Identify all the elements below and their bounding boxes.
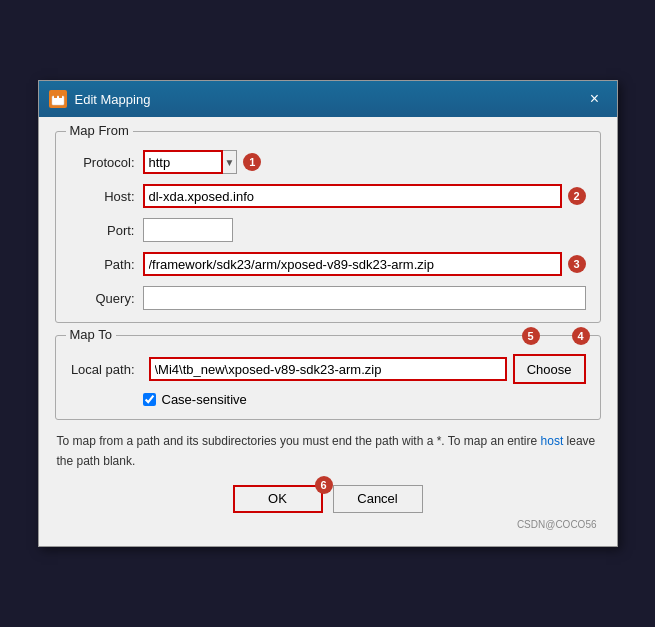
path-label: Path: bbox=[70, 257, 135, 272]
svg-rect-2 bbox=[59, 93, 62, 98]
dialog-body: Map From Protocol: ▼ 1 Host: 2 Port: bbox=[39, 117, 617, 545]
title-bar: Edit Mapping × bbox=[39, 81, 617, 117]
case-sensitive-checkbox[interactable] bbox=[143, 393, 156, 406]
title-bar-left: Edit Mapping bbox=[49, 90, 151, 108]
case-sensitive-row: Case-sensitive bbox=[143, 392, 586, 407]
badge-6: 6 bbox=[315, 476, 333, 494]
local-path-input[interactable] bbox=[149, 357, 507, 381]
button-row: OK 6 Cancel bbox=[55, 485, 601, 513]
local-path-row: Local path: Choose bbox=[70, 354, 586, 384]
cancel-button[interactable]: Cancel bbox=[333, 485, 423, 513]
svg-rect-0 bbox=[52, 96, 64, 105]
host-input[interactable] bbox=[143, 184, 562, 208]
protocol-wrapper: ▼ bbox=[143, 150, 238, 174]
info-text: To map from a path and its subdirectorie… bbox=[55, 432, 601, 470]
protocol-label: Protocol: bbox=[70, 155, 135, 170]
dialog-title: Edit Mapping bbox=[75, 92, 151, 107]
map-from-group: Map From Protocol: ▼ 1 Host: 2 Port: bbox=[55, 131, 601, 323]
host-row: Host: 2 bbox=[70, 184, 586, 208]
port-label: Port: bbox=[70, 223, 135, 238]
ok-button[interactable]: OK bbox=[233, 485, 323, 513]
query-label: Query: bbox=[70, 291, 135, 306]
protocol-dropdown-button[interactable]: ▼ bbox=[223, 150, 238, 174]
protocol-input[interactable] bbox=[143, 150, 223, 174]
map-to-group: Map To 5 4 Local path: Choose Case-sensi… bbox=[55, 335, 601, 420]
badge-3: 3 bbox=[568, 255, 586, 273]
port-input[interactable] bbox=[143, 218, 233, 242]
map-to-label: Map To bbox=[66, 327, 116, 342]
edit-mapping-dialog: Edit Mapping × Map From Protocol: ▼ 1 Ho… bbox=[38, 80, 618, 546]
close-button[interactable]: × bbox=[583, 87, 607, 111]
map-from-label: Map From bbox=[66, 123, 133, 138]
badge-2: 2 bbox=[568, 187, 586, 205]
path-row: Path: 3 bbox=[70, 252, 586, 276]
query-input[interactable] bbox=[143, 286, 586, 310]
svg-rect-1 bbox=[54, 93, 57, 98]
local-path-label: Local path: bbox=[70, 362, 135, 377]
query-row: Query: bbox=[70, 286, 586, 310]
dialog-icon bbox=[49, 90, 67, 108]
path-input[interactable] bbox=[143, 252, 562, 276]
host-label: Host: bbox=[70, 189, 135, 204]
badge-1: 1 bbox=[243, 153, 261, 171]
badge-5: 5 bbox=[522, 327, 540, 345]
badge-4: 4 bbox=[572, 327, 590, 345]
case-sensitive-label: Case-sensitive bbox=[162, 392, 247, 407]
watermark: CSDN@COCO56 bbox=[55, 517, 601, 532]
ok-wrapper: OK 6 bbox=[233, 485, 323, 513]
protocol-row: Protocol: ▼ 1 bbox=[70, 150, 586, 174]
choose-button[interactable]: Choose bbox=[513, 354, 586, 384]
port-row: Port: bbox=[70, 218, 586, 242]
host-link[interactable]: host bbox=[541, 434, 564, 448]
